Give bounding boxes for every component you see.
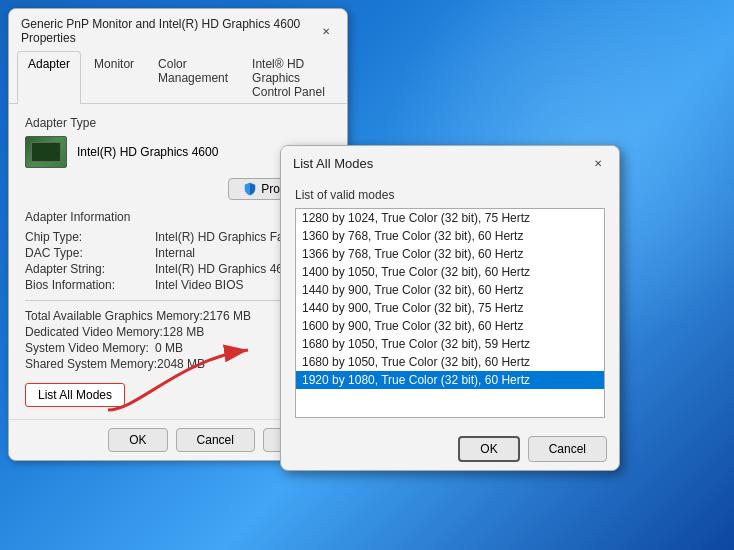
dac-type-value: Internal [155, 246, 195, 260]
list-ok-button[interactable]: OK [458, 436, 519, 462]
titlebar-controls: ✕ [317, 22, 335, 40]
mode-item[interactable]: 1680 by 1050, True Color (32 bit), 60 He… [296, 353, 604, 371]
bios-info-label: Bios Information: [25, 278, 155, 292]
dac-type-label: DAC Type: [25, 246, 155, 260]
total-mem-value: 2176 MB [203, 309, 251, 323]
modes-listbox[interactable]: 1280 by 1024, True Color (32 bit), 75 He… [295, 208, 605, 418]
system-mem-label: System Video Memory: [25, 341, 155, 355]
main-dialog-title: Generic PnP Monitor and Intel(R) HD Grap… [21, 17, 317, 45]
mode-item[interactable]: 1600 by 900, True Color (32 bit), 60 Her… [296, 317, 604, 335]
mode-item[interactable]: 1360 by 768, True Color (32 bit), 60 Her… [296, 227, 604, 245]
mode-item[interactable]: 1280 by 1024, True Color (32 bit), 75 He… [296, 209, 604, 227]
main-ok-button[interactable]: OK [108, 428, 167, 452]
tab-intel-control-panel[interactable]: Intel® HD Graphics Control Panel [241, 51, 339, 104]
adapter-name: Intel(R) HD Graphics 4600 [77, 145, 218, 159]
list-all-modes-dialog: List All Modes ✕ List of valid modes 128… [280, 145, 620, 471]
system-mem-value: 0 MB [155, 341, 183, 355]
dialog-tabs: Adapter Monitor Color Management Intel® … [9, 51, 347, 104]
adapter-string-label: Adapter String: [25, 262, 155, 276]
list-section-label: List of valid modes [295, 188, 605, 202]
mode-item[interactable]: 1440 by 900, True Color (32 bit), 75 Her… [296, 299, 604, 317]
list-dialog-footer: OK Cancel [281, 428, 619, 470]
tab-monitor[interactable]: Monitor [83, 51, 145, 104]
tab-color-management[interactable]: Color Management [147, 51, 239, 104]
dedicated-mem-label: Dedicated Video Memory: [25, 325, 163, 339]
mode-item[interactable]: 1680 by 1050, True Color (32 bit), 59 He… [296, 335, 604, 353]
adapter-string-value: Intel(R) HD Graphics 4600 [155, 262, 296, 276]
tab-adapter[interactable]: Adapter [17, 51, 81, 104]
main-dialog-close-button[interactable]: ✕ [317, 22, 335, 40]
list-all-modes-button[interactable]: List All Modes [25, 383, 125, 407]
list-dialog-titlebar: List All Modes ✕ [281, 146, 619, 178]
adapter-icon [25, 136, 67, 168]
shared-mem-label: Shared System Memory: [25, 357, 157, 371]
main-dialog-titlebar: Generic PnP Monitor and Intel(R) HD Grap… [9, 9, 347, 51]
list-cancel-button[interactable]: Cancel [528, 436, 607, 462]
mode-item[interactable]: 1400 by 1050, True Color (32 bit), 60 He… [296, 263, 604, 281]
list-dialog-title: List All Modes [293, 156, 373, 171]
total-mem-label: Total Available Graphics Memory: [25, 309, 203, 323]
mode-item[interactable]: 1440 by 900, True Color (32 bit), 60 Her… [296, 281, 604, 299]
dedicated-mem-value: 128 MB [163, 325, 204, 339]
chip-type-label: Chip Type: [25, 230, 155, 244]
bios-info-value: Intel Video BIOS [155, 278, 244, 292]
list-dialog-close-button[interactable]: ✕ [589, 154, 607, 172]
shared-mem-value: 2048 MB [157, 357, 205, 371]
adapter-type-label: Adapter Type [25, 116, 331, 130]
shield-icon [243, 182, 257, 196]
list-dialog-body: List of valid modes 1280 by 1024, True C… [281, 178, 619, 428]
mode-item[interactable]: 1920 by 1080, True Color (32 bit), 60 He… [296, 371, 604, 389]
mode-item[interactable]: 1366 by 768, True Color (32 bit), 60 Her… [296, 245, 604, 263]
main-cancel-button[interactable]: Cancel [176, 428, 255, 452]
